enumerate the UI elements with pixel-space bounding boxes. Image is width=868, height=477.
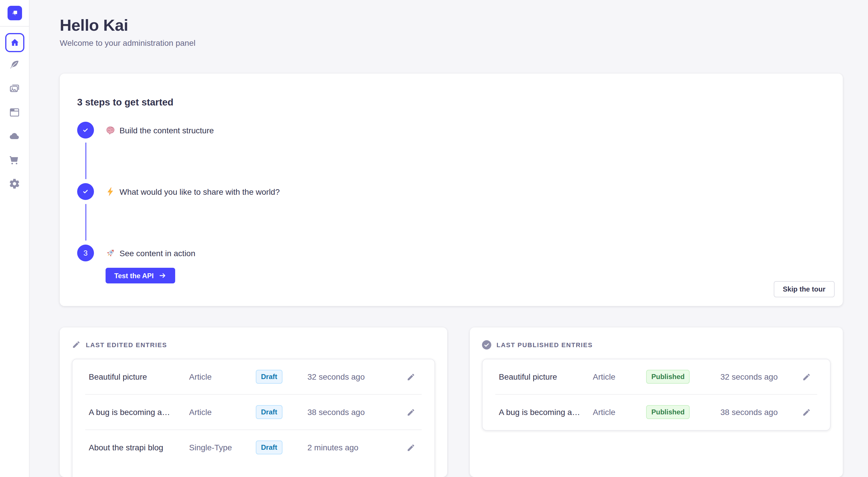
last-published-title: LAST PUBLISHED ENTRIES <box>496 341 593 348</box>
pencil-icon <box>406 408 415 416</box>
last-published-table: Beautiful picture Article Published 32 s… <box>482 359 831 431</box>
step-3-text: See content in action <box>120 248 195 258</box>
entry-time: 38 seconds ago <box>307 407 403 417</box>
entry-type: Single-Type <box>189 443 256 452</box>
gear-icon <box>9 178 20 190</box>
last-edited-entries-panel: LAST EDITED ENTRIES Beautiful picture Ar… <box>60 328 447 477</box>
sidebar-item-settings[interactable] <box>9 178 20 190</box>
entry-time: 32 seconds ago <box>307 372 403 381</box>
edit-entry-button[interactable] <box>799 405 814 420</box>
step-3-number-circle: 3 <box>77 245 94 262</box>
check-circle-icon <box>482 340 491 349</box>
tour-title: 3 steps to get started <box>77 97 825 108</box>
test-api-row: Test the API <box>105 268 825 283</box>
edit-entry-button[interactable] <box>403 405 418 420</box>
sidebar-item-content-manager[interactable] <box>9 59 20 71</box>
brain-emoji-icon <box>105 125 116 135</box>
step-2-text: What would you like to share with the wo… <box>120 187 280 196</box>
status-badge: Draft <box>256 370 282 384</box>
pencil-icon <box>802 372 811 381</box>
admin-panel: Hello Kai Welcome to your administration… <box>0 0 868 477</box>
sidebar-item-home[interactable] <box>5 33 24 52</box>
entry-name: Beautiful picture <box>499 372 593 381</box>
rocket-emoji-icon <box>105 248 116 258</box>
table-row[interactable]: Beautiful picture Article Published 32 s… <box>483 359 830 394</box>
step-3-label: See content in action <box>105 248 195 258</box>
sidebar-item-cloud[interactable] <box>9 130 20 142</box>
step-1-text: Build the content structure <box>120 126 214 135</box>
status-badge: Published <box>646 405 690 419</box>
sidebar-divider <box>0 26 29 27</box>
home-icon <box>9 38 20 47</box>
status-badge: Draft <box>256 405 282 419</box>
strapi-logo[interactable] <box>7 6 22 20</box>
pencil-icon <box>802 408 811 416</box>
entry-name: Beautiful picture <box>89 372 189 381</box>
table-row[interactable]: Beautiful picture Article Draft 32 secon… <box>72 359 434 394</box>
entry-type: Article <box>189 407 256 417</box>
page-subtitle: Welcome to your administration panel <box>60 38 868 47</box>
entry-name: A bug is becoming a… <box>89 407 189 417</box>
test-api-label: Test the API <box>114 272 154 280</box>
pencil-icon <box>72 340 81 349</box>
feather-icon <box>9 59 20 71</box>
edit-entry-button[interactable] <box>403 440 418 455</box>
cart-icon <box>9 154 20 166</box>
skip-tour-button[interactable]: Skip the tour <box>773 281 835 297</box>
tour-steps: Build the content structure <box>77 122 825 283</box>
tour-step-2: What would you like to share with the wo… <box>77 183 825 200</box>
tour-step-3: 3 See content <box>77 245 825 262</box>
status-badge: Published <box>646 370 690 384</box>
entry-time: 2 minutes ago <box>307 443 403 452</box>
step-connector-2 <box>85 204 86 241</box>
table-row[interactable]: A bug is becoming a… Article Published 3… <box>483 395 830 430</box>
guided-tour-card: 3 steps to get started <box>60 74 843 306</box>
entry-time: 38 seconds ago <box>720 407 799 417</box>
sidebar-item-media-library[interactable] <box>9 83 20 95</box>
edit-entry-button[interactable] <box>403 369 418 384</box>
last-edited-title: LAST EDITED ENTRIES <box>86 341 167 348</box>
pencil-icon <box>406 372 415 381</box>
step-1-check-circle <box>77 122 94 138</box>
lightning-emoji-icon <box>105 186 116 197</box>
check-icon <box>82 126 89 134</box>
tour-step-1: Build the content structure <box>77 122 825 138</box>
test-api-button[interactable]: Test the API <box>105 268 175 283</box>
table-row[interactable]: About the strapi blog Single-Type Draft … <box>72 430 434 465</box>
last-edited-header: LAST EDITED ENTRIES <box>60 328 447 349</box>
check-icon <box>82 188 89 195</box>
step-connector-1 <box>85 143 86 179</box>
pencil-icon <box>406 443 415 452</box>
entry-type: Article <box>593 372 646 381</box>
step-1-label: Build the content structure <box>105 125 214 135</box>
edit-entry-button[interactable] <box>799 369 814 384</box>
media-library-icon <box>9 83 20 95</box>
main-content: Hello Kai Welcome to your administration… <box>30 0 868 477</box>
entry-time: 32 seconds ago <box>720 372 799 381</box>
last-edited-table: Beautiful picture Article Draft 32 secon… <box>72 359 435 477</box>
strapi-logo-icon <box>10 9 19 18</box>
table-row[interactable]: A bug is becoming a… Article Draft 38 se… <box>72 395 434 430</box>
layout-icon <box>9 107 20 118</box>
entry-type: Article <box>593 407 646 417</box>
last-published-entries-panel: LAST PUBLISHED ENTRIES Beautiful picture… <box>470 328 843 477</box>
arrow-right-icon <box>159 272 166 279</box>
last-published-header: LAST PUBLISHED ENTRIES <box>470 328 843 349</box>
entry-name: About the strapi blog <box>89 443 189 452</box>
entry-type: Article <box>189 372 256 381</box>
sidebar-item-content-type-builder[interactable] <box>9 107 20 118</box>
step-2-label: What would you like to share with the wo… <box>105 186 280 197</box>
cloud-icon <box>9 130 20 142</box>
sidebar-item-marketplace[interactable] <box>9 154 20 166</box>
status-badge: Draft <box>256 441 282 454</box>
sidebar <box>0 0 30 477</box>
step-2-check-circle <box>77 183 94 200</box>
entry-name: A bug is becoming a… <box>499 407 593 417</box>
page-title: Hello Kai <box>60 15 868 35</box>
